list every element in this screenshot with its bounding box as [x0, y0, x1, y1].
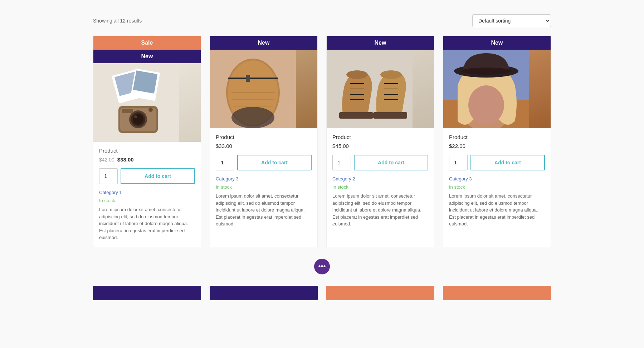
add-to-cart-row-4: Add to cart — [449, 155, 545, 170]
in-stock-1: In stock — [99, 198, 195, 203]
svg-point-12 — [148, 108, 153, 112]
new-badge-3: New — [327, 36, 434, 50]
new-badge: New — [93, 50, 201, 63]
qty-input-1[interactable] — [99, 168, 118, 184]
svg-point-29 — [346, 70, 368, 79]
top-bar: Showing all 12 results Default sorting S… — [93, 14, 551, 27]
price-current-1: $38.00 — [117, 156, 134, 163]
qty-input-4[interactable] — [449, 155, 468, 170]
add-to-cart-button-1[interactable]: Add to cart — [121, 168, 195, 184]
sorting-select[interactable]: Default sorting Sort by popularity Sort … — [472, 14, 551, 27]
price-single-2: $33.00 — [216, 143, 232, 149]
product-name-3: Product — [332, 134, 428, 140]
bottom-cards-row — [93, 286, 551, 300]
product-image-svg-3 — [327, 50, 413, 128]
product-info-3: Product $45.00 Add to cart Category 2 In… — [327, 128, 434, 247]
showing-results-text: Showing all 12 results — [93, 18, 142, 24]
product-image-2 — [210, 50, 317, 128]
product-description-3: Lorem ipsum dolor sit amet, consectetur … — [332, 193, 428, 228]
badge-row-2: New — [210, 36, 317, 50]
sale-badge: Sale — [93, 36, 201, 50]
in-stock-3: In stock — [332, 184, 428, 190]
bottom-card-3 — [326, 286, 434, 300]
pagination-area: ••• — [93, 259, 551, 274]
svg-rect-11 — [122, 109, 133, 113]
badge-row-3: New — [327, 36, 434, 50]
product-description-2: Lorem ipsum dolor sit amet, consectetur … — [216, 193, 312, 228]
product-image-svg-1 — [93, 63, 179, 142]
add-to-cart-button-3[interactable]: Add to cart — [354, 155, 428, 170]
price-single-4: $22.00 — [449, 143, 465, 149]
add-to-cart-button-2[interactable]: Add to cart — [237, 155, 312, 170]
in-stock-2: In stock — [216, 184, 312, 190]
price-row-1: $42.00 $38.00 — [99, 156, 195, 163]
page-wrapper: Showing all 12 results Default sorting S… — [72, 0, 572, 314]
bottom-card-4 — [443, 286, 551, 300]
new-badge-2: New — [210, 36, 317, 50]
add-to-cart-button-4[interactable]: Add to cart — [470, 155, 545, 170]
new-badge-4: New — [443, 36, 551, 50]
product-name-1: Product — [99, 148, 195, 154]
svg-rect-30 — [373, 112, 407, 119]
product-card-1: Sale New — [93, 36, 201, 247]
product-image-3 — [327, 50, 434, 128]
in-stock-4: In stock — [449, 184, 545, 190]
bottom-card-1 — [93, 286, 201, 300]
product-image-svg-2 — [210, 50, 296, 128]
add-to-cart-row-2: Add to cart — [216, 155, 312, 170]
category-link-3[interactable]: Category 2 — [332, 176, 428, 182]
svg-point-22 — [231, 107, 274, 128]
add-to-cart-row-1: Add to cart — [99, 168, 195, 184]
svg-rect-17 — [246, 75, 250, 82]
category-link-4[interactable]: Category 3 — [449, 176, 545, 182]
svg-point-9 — [133, 114, 143, 125]
product-card-3: New — [326, 36, 434, 247]
price-row-3: $45.00 — [332, 143, 428, 149]
badge-row-4: New — [443, 36, 551, 50]
product-image-svg-4 — [443, 50, 529, 128]
price-single-3: $45.00 — [332, 143, 349, 149]
svg-point-10 — [134, 115, 137, 118]
qty-input-2[interactable] — [216, 155, 234, 170]
bottom-card-2 — [210, 286, 318, 300]
product-name-2: Product — [216, 134, 312, 140]
product-image-1 — [93, 63, 201, 142]
product-info-2: Product $33.00 Add to cart Category 3 In… — [210, 128, 317, 247]
svg-point-40 — [461, 68, 511, 75]
product-description-1: Lorem ipsum dolor sit amet, consectetur … — [99, 206, 195, 241]
svg-rect-24 — [339, 112, 373, 119]
svg-point-35 — [380, 70, 402, 79]
product-info-1: Product $42.00 $38.00 Add to cart Catego… — [93, 142, 201, 247]
price-row-4: $22.00 — [449, 143, 545, 149]
product-card-2: New — [210, 36, 318, 247]
products-grid: Sale New — [93, 36, 551, 247]
product-name-4: Product — [449, 134, 545, 140]
svg-rect-4 — [133, 70, 158, 94]
product-description-4: Lorem ipsum dolor sit amet, consectetur … — [449, 193, 545, 228]
price-original-1: $42.00 — [99, 157, 114, 163]
svg-point-41 — [468, 85, 504, 125]
product-card-4: New — [443, 36, 551, 247]
product-image-4 — [443, 50, 551, 128]
add-to-cart-row-3: Add to cart — [332, 155, 428, 170]
price-row-2: $33.00 — [216, 143, 312, 149]
category-link-2[interactable]: Category 3 — [216, 176, 312, 182]
pagination-dot-button[interactable]: ••• — [314, 259, 330, 274]
badge-row-1: Sale New — [93, 36, 201, 63]
qty-input-3[interactable] — [332, 155, 351, 170]
category-link-1[interactable]: Category 1 — [99, 190, 195, 195]
product-info-4: Product $22.00 Add to cart Category 3 In… — [443, 128, 551, 247]
